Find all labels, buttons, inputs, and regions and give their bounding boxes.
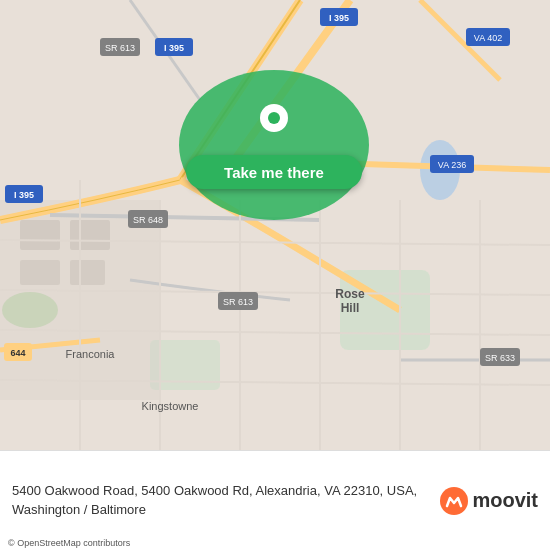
take-me-there-button[interactable]: Take me there bbox=[186, 155, 362, 189]
svg-text:I 395: I 395 bbox=[164, 43, 184, 53]
svg-text:I 395: I 395 bbox=[14, 190, 34, 200]
osm-attribution: © OpenStreetMap contributors bbox=[8, 538, 130, 548]
svg-text:VA 402: VA 402 bbox=[474, 33, 502, 43]
svg-rect-7 bbox=[70, 220, 110, 250]
svg-text:Rose: Rose bbox=[335, 287, 365, 301]
map-container: I 395 I 395 I 395 SR 613 SR 613 SR 648 V… bbox=[0, 0, 550, 450]
svg-rect-9 bbox=[70, 260, 105, 285]
svg-text:I 395: I 395 bbox=[329, 13, 349, 23]
address-text: 5400 Oakwood Road, 5400 Oakwood Rd, Alex… bbox=[12, 482, 440, 518]
svg-text:VA 236: VA 236 bbox=[438, 160, 466, 170]
svg-text:Franconia: Franconia bbox=[66, 348, 116, 360]
svg-text:Hill: Hill bbox=[341, 301, 360, 315]
svg-rect-8 bbox=[20, 260, 60, 285]
svg-text:Kingstowne: Kingstowne bbox=[142, 400, 199, 412]
svg-text:644: 644 bbox=[10, 348, 25, 358]
svg-rect-6 bbox=[20, 220, 60, 250]
info-bar: 5400 Oakwood Road, 5400 Oakwood Rd, Alex… bbox=[0, 450, 550, 550]
svg-text:SR 648: SR 648 bbox=[133, 215, 163, 225]
svg-text:SR 633: SR 633 bbox=[485, 353, 515, 363]
svg-text:SR 613: SR 613 bbox=[105, 43, 135, 53]
svg-point-53 bbox=[179, 70, 369, 220]
moovit-icon bbox=[440, 487, 468, 515]
moovit-logo: moovit bbox=[440, 487, 538, 515]
svg-text:SR 613: SR 613 bbox=[223, 297, 253, 307]
moovit-text: moovit bbox=[472, 489, 538, 512]
